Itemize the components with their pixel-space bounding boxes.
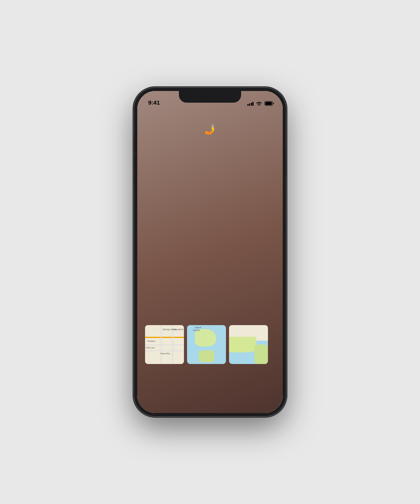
- place-item-1[interactable]: Island Sound: [187, 325, 226, 364]
- battery-icon: [264, 101, 274, 106]
- places-grid: Spring Valley Stamford Yonkers Fort Lee …: [145, 325, 275, 364]
- people-grid: Victoria 🧑‍🤝‍🧑 Rebecca: [145, 251, 275, 298]
- content-area[interactable]: Search Photos, People, Places Moments: [137, 108, 283, 376]
- place-thumb-1: Island Sound: [187, 325, 226, 364]
- svg-rect-1: [265, 102, 272, 105]
- person-thumb-2: 🤳: [229, 251, 268, 290]
- status-icons: [247, 101, 275, 106]
- place-item-2[interactable]: [229, 325, 268, 364]
- phone-frame: 9:41: [134, 88, 286, 416]
- signal-icon: [247, 101, 254, 106]
- place-thumb-0: Spring Valley Stamford Yonkers Fort Lee …: [145, 325, 184, 364]
- screen: 9:41: [137, 91, 283, 413]
- notch: [179, 91, 241, 103]
- person-item-2[interactable]: 🤳 Marco: [229, 251, 268, 298]
- place-thumb-2: [229, 325, 268, 364]
- phone-wrapper: 9:41: [134, 88, 286, 416]
- wifi-icon: [256, 101, 262, 106]
- people-section: People Victoria: [137, 236, 283, 298]
- place-item-0[interactable]: Spring Valley Stamford Yonkers Fort Lee …: [145, 325, 184, 364]
